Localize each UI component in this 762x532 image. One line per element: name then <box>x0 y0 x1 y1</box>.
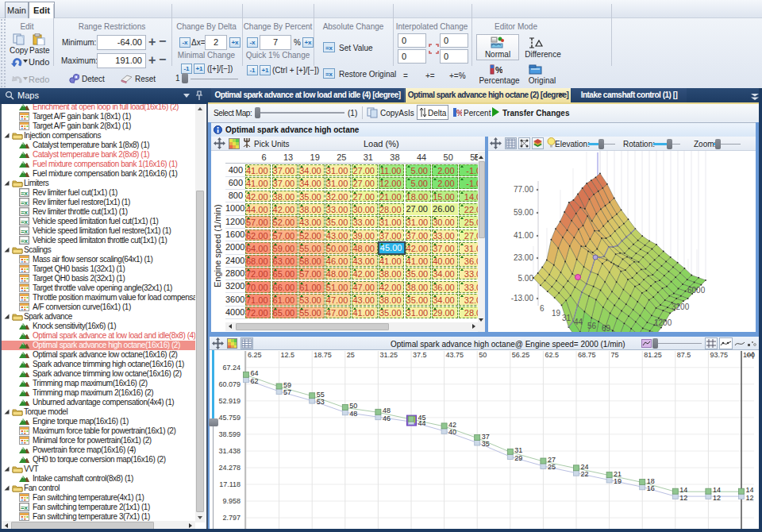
svg-text:69: 69 <box>602 324 611 332</box>
svg-text:23.00: 23.00 <box>514 253 533 262</box>
svg-text:12: 12 <box>679 494 687 502</box>
svg-text:41.00: 41.00 <box>514 231 533 240</box>
svg-text:%: % <box>456 109 462 118</box>
svg-text:35: 35 <box>482 440 490 448</box>
svg-text:=x: =x <box>21 237 29 245</box>
svg-text:=x: =x <box>21 209 29 216</box>
svg-text:53: 53 <box>317 398 325 406</box>
svg-text:6: 6 <box>540 304 545 313</box>
svg-text:19: 19 <box>614 477 622 485</box>
svg-text:1200: 1200 <box>654 318 672 327</box>
svg-text:-13.00: -13.00 <box>511 294 534 303</box>
svg-text:31: 31 <box>562 314 572 322</box>
svg-text:%: % <box>495 65 502 75</box>
svg-text:=x: =x <box>21 218 29 226</box>
svg-text:46: 46 <box>383 414 391 422</box>
svg-text:=x: =x <box>325 71 333 78</box>
svg-text:3200: 3200 <box>672 303 690 311</box>
svg-text:22: 22 <box>581 470 589 478</box>
svg-text:25: 25 <box>548 463 556 471</box>
svg-text:48: 48 <box>349 410 357 418</box>
svg-text:=x: =x <box>21 190 29 197</box>
svg-text:44: 44 <box>574 318 583 326</box>
svg-text:=x: =x <box>325 44 333 52</box>
svg-text:40: 40 <box>448 428 456 436</box>
svg-text:=x: =x <box>21 228 29 235</box>
svg-text:56: 56 <box>587 322 597 330</box>
svg-text:=x: =x <box>21 504 29 511</box>
svg-text:77.00: 77.00 <box>514 185 533 194</box>
svg-text:29: 29 <box>514 454 522 462</box>
svg-text:12: 12 <box>713 494 721 502</box>
svg-text:5.00: 5.00 <box>518 274 534 283</box>
svg-text:57: 57 <box>283 388 291 396</box>
svg-text:19: 19 <box>552 309 561 318</box>
svg-text:=x: =x <box>21 199 29 206</box>
svg-text:12: 12 <box>746 494 754 502</box>
svg-text:62: 62 <box>251 377 259 385</box>
svg-text:16: 16 <box>647 484 655 492</box>
svg-text:59.00: 59.00 <box>514 208 533 217</box>
svg-text:44: 44 <box>418 419 426 427</box>
svg-text:6000: 6000 <box>687 286 706 295</box>
